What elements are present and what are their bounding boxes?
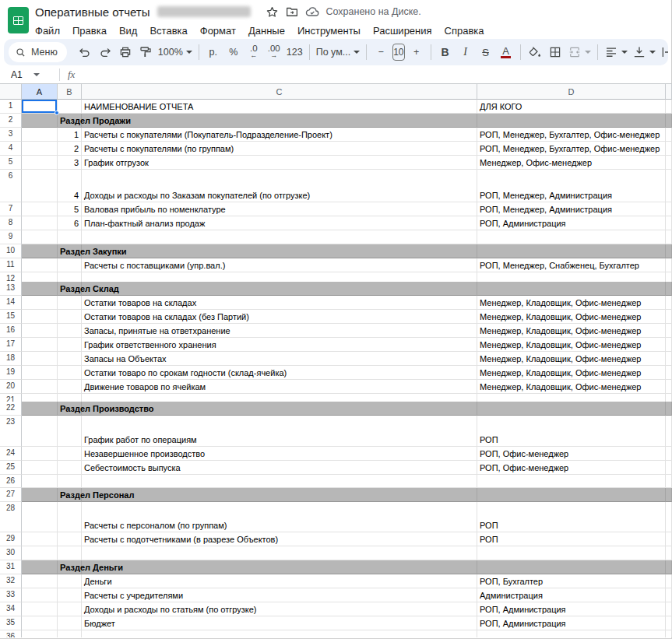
- cell-C14[interactable]: Остатки товаров на складах: [82, 296, 477, 310]
- row-header-34[interactable]: 34: [0, 602, 22, 616]
- cell-D5[interactable]: Менеджер, Офис-менеджер: [477, 156, 666, 170]
- row-header-28[interactable]: 28: [0, 502, 22, 532]
- cell-C4[interactable]: Расчеты с покупателями (по группам): [82, 142, 477, 156]
- cell-D8[interactable]: РОП, Администрация: [477, 216, 666, 230]
- paint-format-button[interactable]: [135, 42, 156, 62]
- cell-B27[interactable]: Раздел Персонал: [58, 488, 82, 502]
- cell-D26[interactable]: [477, 475, 666, 488]
- row-header-10[interactable]: 10: [0, 244, 22, 258]
- print-button[interactable]: [115, 42, 135, 62]
- font-select[interactable]: По ум...: [314, 42, 363, 62]
- cell-C10[interactable]: [82, 244, 477, 258]
- cell-B3[interactable]: 1: [58, 128, 82, 142]
- row-header-17[interactable]: 17: [0, 338, 22, 352]
- row-header-33[interactable]: 33: [0, 588, 22, 602]
- cell-B34[interactable]: [58, 602, 82, 616]
- row-header-1[interactable]: 1: [0, 100, 22, 114]
- cell-C31[interactable]: [82, 560, 477, 574]
- cell-A17[interactable]: [22, 338, 58, 352]
- cell-D16[interactable]: Менеджер, Кладовщик, Офис-менеджер: [477, 324, 666, 338]
- cell-D2[interactable]: [477, 114, 666, 128]
- cell-A5[interactable]: [22, 156, 58, 170]
- cell-C24[interactable]: Незавершенное производство: [82, 447, 477, 461]
- cell-C29[interactable]: Расчеты с подотчетниками (в разрезе Объе…: [82, 532, 477, 546]
- cell-A32[interactable]: [22, 574, 58, 588]
- cell-C28[interactable]: Расчеты с персоналом (по группам): [82, 502, 477, 532]
- cell-D17[interactable]: Менеджер, Кладовщик, Офис-менеджер: [477, 338, 666, 352]
- cell-D27[interactable]: [477, 488, 666, 502]
- cell-B26[interactable]: [58, 475, 82, 488]
- row-header-5[interactable]: 5: [0, 156, 22, 170]
- row-header-8[interactable]: 8: [0, 216, 22, 230]
- menu-search-box[interactable]: Меню: [9, 42, 67, 62]
- row-header-6[interactable]: 6: [0, 170, 22, 202]
- cell-B33[interactable]: [58, 588, 82, 602]
- cell-B8[interactable]: 6: [58, 216, 82, 230]
- cell-D22[interactable]: [477, 402, 666, 416]
- cell-C15[interactable]: Остатки товаров на складах (без Партий): [82, 310, 477, 324]
- cell-C2[interactable]: [82, 114, 477, 128]
- cell-C19[interactable]: Остатки товаро по срокам годности (склад…: [82, 366, 477, 380]
- cell-D9[interactable]: [477, 230, 666, 244]
- cell-B30[interactable]: [58, 546, 82, 560]
- col-header-d[interactable]: D: [477, 84, 666, 100]
- merge-cells-button[interactable]: [565, 42, 593, 62]
- row-header-24[interactable]: 24: [0, 447, 22, 461]
- row-header-16[interactable]: 16: [0, 324, 22, 338]
- cell-B11[interactable]: [58, 258, 82, 272]
- menu-insert[interactable]: Вставка: [143, 25, 193, 37]
- cell-C17[interactable]: График ответственного хранения: [82, 338, 477, 352]
- cell-A16[interactable]: [22, 324, 58, 338]
- row-header-9[interactable]: 9: [0, 230, 22, 244]
- increase-decimal-button[interactable]: .00→: [264, 42, 284, 62]
- menu-file[interactable]: Файл: [35, 25, 66, 37]
- italic-button[interactable]: I: [456, 42, 476, 62]
- cell-C3[interactable]: Расчеты с покупателями (Покупатель-Подра…: [82, 128, 477, 142]
- cell-B9[interactable]: [58, 230, 82, 244]
- row-header-14[interactable]: 14: [0, 296, 22, 310]
- fill-color-button[interactable]: [525, 42, 545, 62]
- cell-A25[interactable]: [22, 461, 58, 475]
- cell-C30[interactable]: [82, 546, 477, 560]
- menu-view[interactable]: Вид: [113, 25, 144, 37]
- cell-C5[interactable]: График отгрузок: [82, 156, 477, 170]
- cell-A26[interactable]: [22, 475, 58, 488]
- cell-A4[interactable]: [22, 142, 58, 156]
- cell-C16[interactable]: Запасы, принятые на ответхранение: [82, 324, 477, 338]
- cell-A13[interactable]: [22, 282, 58, 296]
- cell-B25[interactable]: [58, 461, 82, 475]
- cell-C1[interactable]: НАИМЕНОВАНИЕ ОТЧЕТА: [82, 100, 477, 114]
- cell-C7[interactable]: Валовая прибыль по номенклатуре: [82, 202, 477, 216]
- cell-B17[interactable]: [58, 338, 82, 352]
- cell-B16[interactable]: [58, 324, 82, 338]
- horizontal-align-button[interactable]: [602, 42, 630, 62]
- row-header-18[interactable]: 18: [0, 352, 22, 366]
- cell-B6[interactable]: 4: [58, 170, 82, 202]
- row-header-31[interactable]: 31: [0, 560, 22, 574]
- cell-D18[interactable]: Менеджер, Кладовщик, Офис-менеджер: [477, 352, 666, 366]
- cell-C26[interactable]: [82, 475, 477, 488]
- cell-D24[interactable]: РОП, Офис-менеджер: [477, 447, 666, 461]
- increase-font-size-button[interactable]: +: [406, 42, 427, 62]
- cell-C8[interactable]: План-фактный анализ продаж: [82, 216, 477, 230]
- row-header-11[interactable]: 11: [0, 258, 22, 272]
- cell-A28[interactable]: [22, 502, 58, 532]
- format-currency-button[interactable]: р.: [203, 42, 223, 62]
- cell-D13[interactable]: [477, 282, 666, 296]
- fill-handle[interactable]: [55, 111, 59, 115]
- cell-C36[interactable]: [82, 630, 477, 637]
- cell-D1[interactable]: ДЛЯ КОГО: [477, 100, 666, 114]
- row-header-27[interactable]: 27: [0, 488, 22, 502]
- cell-D33[interactable]: Администрация: [477, 588, 666, 602]
- col-header-c[interactable]: C: [82, 84, 477, 100]
- cell-B14[interactable]: [58, 296, 82, 310]
- menu-tools[interactable]: Инструменты: [291, 25, 367, 37]
- bold-button[interactable]: B: [435, 42, 456, 62]
- cell-A6[interactable]: [22, 170, 58, 202]
- cell-D28[interactable]: РОП: [477, 502, 666, 532]
- cell-C35[interactable]: Бюджет: [82, 616, 477, 630]
- cell-A3[interactable]: [22, 128, 58, 142]
- cell-A36[interactable]: [22, 630, 58, 637]
- cell-A1[interactable]: [22, 100, 58, 114]
- row-header-7[interactable]: 7: [0, 202, 22, 216]
